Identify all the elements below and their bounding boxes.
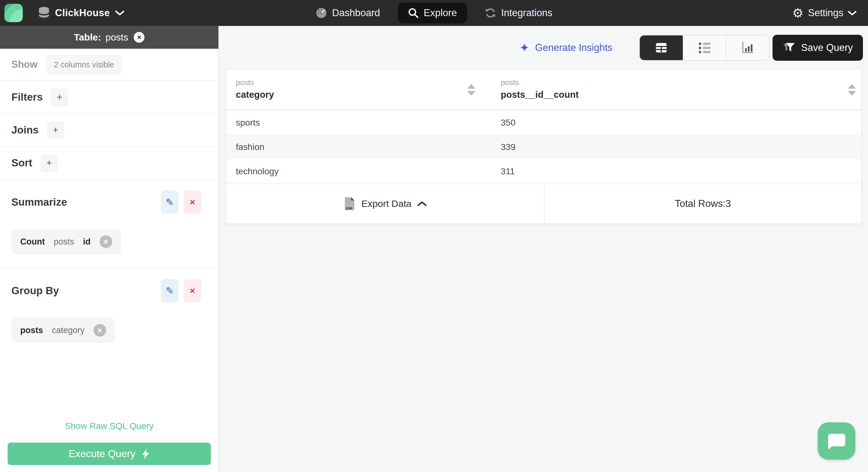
- summarize-chip: Count posts id ×: [11, 229, 121, 254]
- chat-bubble-icon: [827, 432, 846, 450]
- nav-integrations-label: Integrations: [501, 7, 552, 19]
- results-area: ✦ Generate Insights: [219, 26, 868, 472]
- table-row[interactable]: fashion 339: [226, 135, 861, 159]
- remove-group-by-button[interactable]: ×: [184, 279, 202, 302]
- sort-toggle-category[interactable]: [467, 84, 475, 96]
- sort-down-icon: [467, 91, 475, 96]
- joins-section: Joins +: [0, 113, 218, 146]
- export-data-button[interactable]: csv Export Data: [226, 184, 545, 223]
- column-name-label: posts__id__count: [501, 90, 861, 100]
- settings-menu[interactable]: ⚙ Settings: [792, 7, 868, 19]
- total-rows-indicator: Total Rows:3: [545, 184, 861, 223]
- execute-query-button[interactable]: Execute Query: [8, 443, 211, 465]
- delete-x-icon: ×: [190, 286, 195, 296]
- remove-table-button[interactable]: ×: [134, 32, 145, 43]
- add-join-button[interactable]: +: [47, 121, 64, 139]
- remove-chip-button[interactable]: ×: [99, 235, 112, 248]
- database-icon: [38, 6, 50, 20]
- filters-label: Filters: [11, 91, 43, 103]
- group-by-section: Group By ✎ × posts category ×: [0, 268, 218, 356]
- table-view-toggle[interactable]: [640, 35, 683, 60]
- app-logo[interactable]: [4, 4, 23, 22]
- nav-dashboard-label: Dashboard: [332, 7, 380, 19]
- view-toggle-group: [639, 35, 769, 61]
- save-query-button[interactable]: Save Query: [773, 35, 863, 61]
- chevron-down-icon: [848, 10, 857, 16]
- sparkle-icon: ✦: [519, 42, 529, 54]
- chevron-up-icon: [417, 201, 427, 207]
- cell-count: 339: [491, 142, 861, 152]
- column-header-count[interactable]: posts posts__id__count: [491, 70, 861, 110]
- chip-table: posts: [54, 237, 74, 247]
- database-selector[interactable]: ClickHouse: [38, 6, 125, 20]
- table-footer: csv Export Data Total Rows:3: [226, 183, 861, 223]
- chip-column: category: [52, 326, 85, 335]
- results-table: posts category posts posts__id__count sp…: [226, 69, 861, 224]
- edit-summarize-button[interactable]: ✎: [161, 190, 179, 214]
- bar-chart-icon: [740, 40, 755, 55]
- table-header-row: posts category posts posts__id__count: [226, 70, 861, 110]
- generate-insights-label: Generate Insights: [535, 42, 613, 54]
- chip-aggregate: Count: [20, 237, 45, 247]
- generate-insights-button[interactable]: ✦ Generate Insights: [519, 35, 613, 61]
- chevron-down-icon: [115, 10, 125, 16]
- cell-category: fashion: [226, 142, 491, 152]
- funnel-icon: [783, 42, 795, 54]
- search-icon: [408, 8, 418, 18]
- chip-column: id: [83, 237, 91, 247]
- brand-name: ClickHouse: [55, 7, 110, 19]
- sort-up-icon: [467, 84, 475, 89]
- navbar-left: ClickHouse: [0, 4, 125, 22]
- delete-x-icon: ×: [190, 197, 195, 208]
- edit-group-by-button[interactable]: ✎: [161, 279, 179, 302]
- nav-dashboard[interactable]: Dashboard: [313, 3, 383, 23]
- cell-count: 311: [491, 167, 861, 177]
- csv-badge-label: csv: [346, 206, 352, 210]
- cell-category: sports: [226, 118, 491, 128]
- list-view-toggle[interactable]: [683, 35, 726, 60]
- columns-visible-chip[interactable]: 2 columns visible: [46, 55, 122, 75]
- filters-section: Filters +: [0, 80, 218, 113]
- remove-chip-button[interactable]: ×: [94, 324, 106, 336]
- show-label: Show: [11, 59, 38, 70]
- save-query-label: Save Query: [801, 42, 853, 54]
- remove-summarize-button[interactable]: ×: [184, 190, 202, 214]
- joins-label: Joins: [11, 124, 38, 136]
- gauge-icon: [316, 7, 327, 19]
- group-by-label: Group By: [11, 285, 59, 297]
- main-nav: Dashboard Explore Integrations: [313, 0, 555, 26]
- pencil-icon: ✎: [166, 285, 174, 297]
- column-group-label: posts: [236, 78, 491, 87]
- table-header-prefix: Table:: [74, 32, 101, 43]
- sort-toggle-count[interactable]: [848, 84, 856, 96]
- table-row[interactable]: technology 311: [226, 159, 861, 183]
- column-name-label: category: [236, 90, 491, 100]
- settings-label: Settings: [808, 7, 843, 19]
- nav-integrations[interactable]: Integrations: [482, 3, 555, 23]
- chat-widget-button[interactable]: [818, 422, 855, 460]
- add-filter-button[interactable]: +: [51, 88, 68, 106]
- nav-explore[interactable]: Explore: [398, 3, 467, 23]
- table-row[interactable]: sports 350: [226, 110, 861, 135]
- column-group-label: posts: [501, 78, 861, 87]
- sidebar-bottom: Show Raw SQL Query Execute Query: [0, 421, 218, 472]
- column-header-category[interactable]: posts category: [226, 70, 491, 110]
- cell-category: technology: [226, 167, 491, 177]
- list-view-icon: [697, 41, 712, 55]
- lightning-bolt-icon: [142, 449, 150, 459]
- csv-file-icon: csv: [344, 197, 355, 211]
- gear-icon: ⚙: [792, 7, 804, 19]
- show-section: Show 2 columns visible: [0, 49, 218, 80]
- sort-down-icon: [848, 91, 856, 96]
- chart-view-toggle[interactable]: [726, 35, 769, 60]
- add-sort-button[interactable]: +: [40, 154, 58, 172]
- nav-explore-label: Explore: [424, 7, 457, 19]
- show-raw-sql-link[interactable]: Show Raw SQL Query: [65, 421, 154, 431]
- table-name: posts: [105, 32, 128, 43]
- summarize-label: Summarize: [11, 196, 67, 208]
- table-view-icon: [654, 40, 669, 55]
- sort-up-icon: [848, 84, 856, 89]
- sort-section: Sort +: [0, 146, 218, 179]
- export-data-label: Export Data: [361, 198, 411, 209]
- table-header-bar: Table: posts ×: [0, 26, 218, 49]
